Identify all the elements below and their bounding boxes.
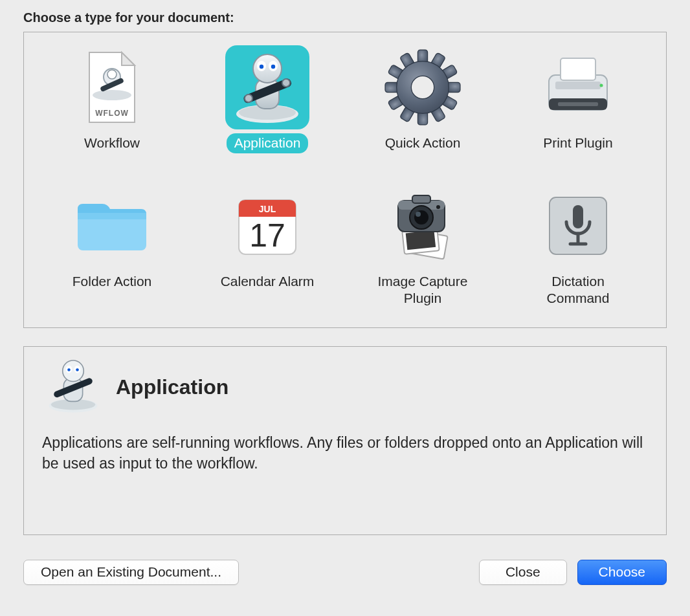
svg-rect-44 bbox=[412, 195, 430, 203]
svg-rect-33 bbox=[555, 82, 601, 89]
type-label: Quick Action bbox=[377, 133, 469, 153]
open-existing-document-button[interactable]: Open an Existing Document... bbox=[23, 560, 239, 585]
svg-rect-32 bbox=[561, 58, 595, 80]
svg-point-15 bbox=[282, 79, 290, 87]
type-application[interactable]: Application bbox=[192, 43, 342, 176]
dialog-button-row: Open an Existing Document... Close Choos… bbox=[23, 560, 667, 585]
dialog-heading: Choose a type for your document: bbox=[23, 10, 667, 25]
type-label: Folder Action bbox=[65, 272, 160, 292]
printer-icon bbox=[536, 45, 620, 129]
svg-point-2 bbox=[107, 70, 117, 79]
folder-icon bbox=[70, 184, 154, 268]
type-workflow[interactable]: WFLOW Workflow bbox=[37, 43, 187, 176]
svg-point-29 bbox=[411, 76, 434, 98]
svg-point-48 bbox=[436, 205, 440, 209]
svg-point-14 bbox=[245, 94, 252, 102]
type-label: Application bbox=[227, 133, 309, 153]
description-panel: Application Applications are self-runnin… bbox=[23, 346, 667, 535]
calendar-month: JUL bbox=[259, 204, 276, 214]
type-calendar-alarm[interactable]: JUL 17 Calendar Alarm bbox=[192, 181, 342, 314]
svg-point-8 bbox=[253, 54, 282, 83]
svg-point-57 bbox=[63, 360, 84, 382]
svg-point-60 bbox=[67, 368, 71, 371]
wflow-document-icon: WFLOW bbox=[70, 45, 154, 129]
type-quick-action[interactable]: Quick Action bbox=[348, 43, 498, 176]
type-label: Dictation Command bbox=[513, 272, 643, 309]
type-print-plugin[interactable]: Print Plugin bbox=[503, 43, 653, 176]
camera-icon bbox=[381, 184, 465, 268]
svg-rect-35 bbox=[558, 102, 598, 106]
type-label: Calendar Alarm bbox=[213, 272, 322, 292]
gear-icon bbox=[381, 45, 465, 129]
automator-app-icon bbox=[42, 357, 104, 417]
automator-app-icon bbox=[225, 45, 309, 129]
svg-point-12 bbox=[271, 65, 275, 69]
svg-point-0 bbox=[93, 90, 131, 100]
svg-text:WFLOW: WFLOW bbox=[95, 109, 129, 118]
svg-point-61 bbox=[76, 368, 79, 371]
svg-rect-37 bbox=[78, 213, 146, 219]
type-dictation-command[interactable]: Dictation Command bbox=[503, 181, 653, 314]
description-title: Application bbox=[116, 375, 228, 399]
type-image-capture-plugin[interactable]: Image Capture Plugin bbox=[348, 181, 498, 314]
calendar-icon: JUL 17 bbox=[225, 184, 309, 268]
type-label: Image Capture Plugin bbox=[358, 272, 487, 309]
choose-button[interactable]: Choose bbox=[577, 560, 667, 585]
type-folder-action[interactable]: Folder Action bbox=[37, 181, 187, 314]
svg-rect-41 bbox=[406, 230, 436, 250]
svg-point-11 bbox=[260, 65, 263, 69]
svg-point-34 bbox=[600, 84, 603, 87]
type-label: Workflow bbox=[76, 133, 148, 153]
close-button[interactable]: Close bbox=[479, 560, 567, 585]
svg-rect-51 bbox=[573, 205, 583, 228]
description-body: Applications are self-running workflows.… bbox=[42, 432, 648, 474]
type-label: Print Plugin bbox=[535, 133, 620, 153]
document-type-grid: WFLOW Workflow bbox=[23, 32, 667, 328]
microphone-icon bbox=[536, 184, 620, 268]
calendar-day: 17 bbox=[249, 217, 285, 254]
svg-point-47 bbox=[416, 212, 421, 217]
